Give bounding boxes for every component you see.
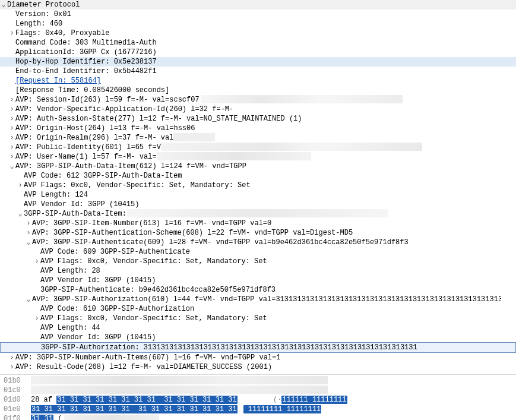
chevron-right-icon[interactable]: › xyxy=(8,124,15,133)
text: AVP Vendor Id: 3GPP (10415) xyxy=(40,333,156,342)
chevron-down-icon[interactable]: ⌄ xyxy=(25,295,32,304)
chevron-right-icon[interactable]: › xyxy=(8,29,15,38)
redacted-block xyxy=(31,376,328,384)
hex-row[interactable]: 01e0 31 31 31 31 31 31 31 31 31 31 31 31… xyxy=(4,405,512,414)
spacer-icon: · xyxy=(33,323,40,333)
text: AVP Length: 28 xyxy=(40,266,100,276)
text: AVP: 3GPP-SIP-Item-Number(613) l=16 f=VM… xyxy=(32,219,271,228)
avp-result[interactable]: › AVP: Result-Code(268) l=12 f=-M- val=D… xyxy=(0,362,516,372)
chevron-right-icon[interactable]: › xyxy=(8,95,15,105)
field-version[interactable]: · Version: 0x01 xyxy=(0,10,516,19)
authn-val[interactable]: · 3GPP-SIP-Authenticate: b9e462d361bc4cc… xyxy=(0,285,516,295)
chevron-right-icon[interactable]: › xyxy=(8,114,15,124)
field-flags[interactable]: › Flags: 0x40, Proxyable xyxy=(0,29,516,38)
chevron-right-icon[interactable]: › xyxy=(8,353,15,362)
hex-row[interactable]: 01b0 xyxy=(4,376,512,386)
text: AVP: Auth-Session-State(277) l=12 f=-M- … xyxy=(15,114,302,124)
text: AVP Code: 610 3GPP-SIP-Authorization xyxy=(40,304,194,314)
avp-vendor[interactable]: · AVP Vendor Id: 3GPP (10415) xyxy=(0,200,516,209)
hex-bytes: 31 31 ( xyxy=(31,414,159,420)
avp-vsai[interactable]: › AVP: Vendor-Specific-Application-Id(26… xyxy=(0,105,516,114)
text: 28 af xyxy=(31,396,56,404)
field-command[interactable]: · Command Code: 303 Multimedia-Auth xyxy=(0,38,516,48)
chevron-down-icon[interactable]: ⌄ xyxy=(0,0,7,10)
avp-itemnum[interactable]: › AVP: 3GPP-SIP-Item-Number(613) l=16 f=… xyxy=(0,219,516,228)
chevron-right-icon[interactable]: › xyxy=(33,257,40,266)
chevron-right-icon[interactable]: › xyxy=(33,314,40,323)
hex-selection: 31 31 xyxy=(31,415,53,420)
avp-length[interactable]: · AVP Length: 124 xyxy=(0,190,516,200)
field-appid[interactable]: · ApplicationId: 3GPP Cx (16777216) xyxy=(0,48,516,57)
avp-authstate[interactable]: › AVP: Auth-Session-State(277) l=12 f=-M… xyxy=(0,114,516,124)
avp-originrealm[interactable]: › AVP: Origin-Realm(296) l=37 f=-M- val xyxy=(0,133,516,143)
authz-len[interactable]: · AVP Length: 44 xyxy=(0,323,516,333)
hex-view[interactable]: 01b0 01c0 01d0 28 af 31 31 31 31 31 31 3… xyxy=(0,374,516,420)
ascii-selection: 11111111 11111111 xyxy=(243,405,322,413)
chevron-down-icon[interactable]: ⌄ xyxy=(25,238,32,247)
text: AVP Flags: 0xc0, Vendor-Specific: Set, M… xyxy=(40,314,267,323)
text: AVP Vendor Id: 3GPP (10415) xyxy=(40,276,156,285)
packet-details-tree: ⌄ Diameter Protocol · Version: 0x01 · Le… xyxy=(0,0,516,372)
avp-originhost[interactable]: › AVP: Origin-Host(264) l=13 f=-M- val=h… xyxy=(0,124,516,133)
chevron-right-icon[interactable]: › xyxy=(8,105,15,114)
field-length[interactable]: · Length: 460 xyxy=(0,19,516,29)
chevron-right-icon[interactable]: › xyxy=(8,152,15,162)
hex-bytes: 28 af 31 31 31 31 31 31 31 31 31 31 31 3… xyxy=(31,395,238,405)
text: AVP: 3GPP-SIP-Number-Auth-Items(607) l=1… xyxy=(15,353,280,362)
text: AVP: 3GPP-SIP-Authenticate(609) l=28 f=V… xyxy=(32,238,409,247)
text: Command Code: 303 Multimedia-Auth xyxy=(15,38,157,48)
redacted-block xyxy=(201,95,403,103)
text: AVP: 3GPP-SIP-Authorization(610) l=44 f=… xyxy=(32,295,501,304)
avp-sipauth[interactable]: ⌄ AVP: 3GPP-SIP-Auth-Data-Item(612) l=12… xyxy=(0,162,516,171)
spacer-icon: · xyxy=(17,171,24,181)
spacer-icon: · xyxy=(17,200,24,209)
spacer-icon: · xyxy=(8,86,15,95)
avp-group[interactable]: ⌄ 3GPP-SIP-Auth-Data-Item: xyxy=(0,209,516,219)
authn-flags[interactable]: › AVP Flags: 0xc0, Vendor-Specific: Set,… xyxy=(0,257,516,266)
hex-row[interactable]: 01f0 31 31 ( xyxy=(4,414,512,420)
field-requestin[interactable]: · [Request In: 558164] xyxy=(0,76,516,86)
text: (· xyxy=(243,396,282,404)
chevron-right-icon[interactable]: › xyxy=(25,228,32,238)
authn-vendor[interactable]: · AVP Vendor Id: 3GPP (10415) xyxy=(0,276,516,285)
spacer-icon: · xyxy=(33,304,40,314)
avp-code[interactable]: · AVP Code: 612 3GPP-SIP-Auth-Data-Item xyxy=(0,171,516,181)
chevron-right-icon[interactable]: › xyxy=(8,133,15,143)
field-resptime[interactable]: · [Response Time: 0.085426000 seconds] xyxy=(0,86,516,95)
chevron-right-icon[interactable]: › xyxy=(25,219,32,228)
authz-flags[interactable]: › AVP Flags: 0xc0, Vendor-Specific: Set,… xyxy=(0,314,516,323)
authz-val-selected[interactable]: · 3GPP-SIP-Authorization: 31313131313131… xyxy=(0,342,516,353)
ascii-selection: 111111 11111111 xyxy=(281,396,347,404)
text: 3GPP-SIP-Auth-Data-Item: xyxy=(24,209,126,219)
spacer-icon: · xyxy=(8,67,15,76)
spacer-icon: · xyxy=(8,48,15,57)
field-endtoend[interactable]: · End-to-End Identifier: 0x5b4482f1 xyxy=(0,67,516,76)
authn-len[interactable]: · AVP Length: 28 xyxy=(0,266,516,276)
avp-session[interactable]: › AVP: Session-Id(263) l=59 f=-M- val=sc… xyxy=(0,95,516,105)
avp-authenticate[interactable]: ⌄ AVP: 3GPP-SIP-Authenticate(609) l=28 f… xyxy=(0,238,516,247)
hex-row[interactable]: 01c0 xyxy=(4,386,512,395)
avp-flags[interactable]: › AVP Flags: 0xc0, Vendor-Specific: Set,… xyxy=(0,181,516,190)
text: AVP: Origin-Realm(296) l=37 f=-M- val xyxy=(15,133,173,143)
avp-numitems[interactable]: › AVP: 3GPP-SIP-Number-Auth-Items(607) l… xyxy=(0,353,516,362)
avp-pubid[interactable]: › AVP: Public-Identity(601) l=65 f=V xyxy=(0,143,516,152)
chevron-right-icon[interactable]: › xyxy=(17,181,24,190)
request-in-link[interactable]: [Request In: 558164] xyxy=(15,76,101,86)
authz-code[interactable]: · AVP Code: 610 3GPP-SIP-Authorization xyxy=(0,304,516,314)
chevron-right-icon[interactable]: › xyxy=(8,143,15,152)
avp-username[interactable]: › AVP: User-Name(1) l=57 f=-M- val= xyxy=(0,152,516,162)
authz-vendor[interactable]: · AVP Vendor Id: 3GPP (10415) xyxy=(0,333,516,342)
spacer-icon: · xyxy=(33,276,40,285)
spacer-icon: · xyxy=(33,247,40,257)
proto-row[interactable]: ⌄ Diameter Protocol xyxy=(0,0,516,10)
text: ApplicationId: 3GPP Cx (16777216) xyxy=(15,48,157,57)
avp-authorization[interactable]: ⌄ AVP: 3GPP-SIP-Authorization(610) l=44 … xyxy=(0,295,516,304)
chevron-down-icon[interactable]: ⌄ xyxy=(8,162,15,171)
hex-row[interactable]: 01d0 28 af 31 31 31 31 31 31 31 31 31 31… xyxy=(4,395,512,405)
chevron-right-icon[interactable]: › xyxy=(8,362,15,372)
text: AVP Flags: 0xc0, Vendor-Specific: Set, M… xyxy=(24,181,251,190)
avp-scheme[interactable]: › AVP: 3GPP-SIP-Authentication-Scheme(60… xyxy=(0,228,516,238)
authn-code[interactable]: · AVP Code: 609 3GPP-SIP-Authenticate xyxy=(0,247,516,257)
field-hopbyhop[interactable]: · Hop-by-Hop Identifier: 0x5e238137 xyxy=(0,57,516,67)
chevron-down-icon[interactable]: ⌄ xyxy=(17,209,24,219)
